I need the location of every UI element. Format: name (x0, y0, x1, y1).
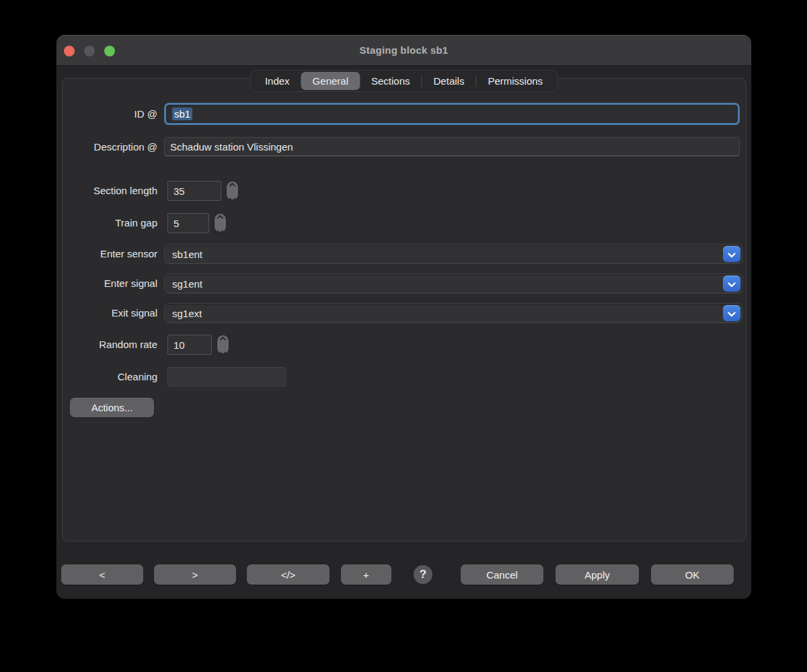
enter-sensor-combobox[interactable]: sb1ent (164, 244, 742, 264)
tab-permissions[interactable]: Permissions (476, 72, 554, 90)
enter-sensor-dropdown-button[interactable] (723, 246, 740, 262)
general-tab-panel: ID @ Description @ Section length Train … (62, 78, 746, 542)
traffic-lights (64, 46, 115, 56)
down-chevron-icon (220, 346, 226, 358)
actions-button[interactable]: Actions... (70, 398, 154, 417)
exit-signal-label: Exit signal (63, 303, 157, 323)
enter-signal-dropdown-button[interactable] (723, 276, 740, 292)
cleaning-input[interactable] (167, 367, 286, 386)
random-rate-label: Random rate (63, 335, 157, 355)
down-chevron-icon (229, 192, 235, 204)
tab-sections[interactable]: Sections (360, 72, 422, 90)
enter-sensor-label: Enter sensor (63, 244, 157, 264)
ok-button[interactable]: OK (651, 564, 734, 585)
exit-signal-dropdown-button[interactable] (723, 305, 740, 321)
chevron-down-icon (728, 308, 736, 319)
up-chevron-icon (229, 177, 235, 190)
titlebar[interactable]: Staging block sb1 (56, 35, 751, 66)
section-length-stepper[interactable] (227, 181, 238, 200)
train-gap-stepper[interactable] (215, 214, 226, 233)
tab-general[interactable]: General (301, 72, 360, 90)
description-label: Description @ (63, 137, 157, 157)
section-length-label: Section length (63, 181, 157, 201)
enter-signal-value: sg1ent (172, 278, 202, 290)
tab-bar: Index General Sections Details Permissio… (250, 70, 558, 92)
zoom-button[interactable] (104, 46, 115, 56)
random-rate-stepper[interactable] (217, 335, 229, 354)
apply-button[interactable]: Apply (555, 564, 639, 585)
staging-block-dialog: Staging block sb1 Index General Sections… (56, 35, 751, 599)
next-button[interactable]: > (154, 564, 236, 585)
chevron-down-icon (728, 249, 736, 260)
window-title: Staging block sb1 (56, 35, 751, 65)
cleaning-label: Cleaning (63, 367, 157, 386)
enter-sensor-value: sb1ent (172, 249, 202, 260)
section-length-input[interactable]: 35 (167, 181, 221, 201)
enter-signal-combobox[interactable]: sg1ent (164, 274, 742, 294)
train-gap-input[interactable]: 5 (167, 213, 209, 233)
description-input[interactable]: Schaduw station Vlissingen (164, 137, 740, 157)
up-chevron-icon (220, 331, 226, 343)
tab-index[interactable]: Index (254, 72, 301, 90)
exit-signal-combobox[interactable]: sg1ext (164, 303, 742, 323)
down-chevron-icon (217, 224, 223, 237)
random-rate-input[interactable]: 10 (167, 335, 212, 355)
id-input[interactable]: sb1 (166, 105, 738, 123)
id-label: ID @ (63, 103, 157, 125)
exit-signal-value: sg1ext (172, 308, 202, 319)
xml-code-button[interactable]: </> (247, 564, 330, 585)
tab-details[interactable]: Details (422, 72, 476, 90)
help-button[interactable]: ? (414, 565, 432, 584)
id-selected-text: sb1 (172, 108, 192, 120)
previous-button[interactable]: < (61, 564, 143, 585)
minimize-button[interactable] (84, 46, 95, 56)
enter-signal-label: Enter signal (63, 274, 157, 294)
up-chevron-icon (217, 210, 223, 222)
train-gap-label: Train gap (63, 213, 157, 233)
add-button[interactable]: + (341, 564, 391, 585)
chevron-down-icon (728, 278, 736, 290)
cancel-button[interactable]: Cancel (461, 564, 543, 585)
close-button[interactable] (64, 46, 75, 56)
